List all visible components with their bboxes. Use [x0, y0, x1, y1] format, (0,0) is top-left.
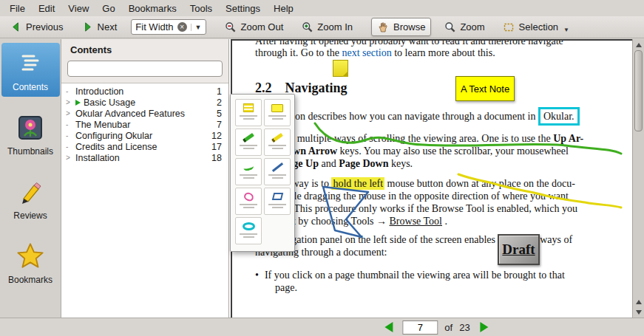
freehand-ink-tool[interactable]	[235, 158, 262, 185]
menu-view[interactable]: View	[61, 1, 95, 16]
sidebar-item-contents[interactable]: Contents	[1, 43, 60, 97]
clear-text-icon[interactable]: ×	[177, 22, 187, 32]
toc-item-credits[interactable]: - Credits and License 17	[61, 141, 228, 152]
straight-line-tool[interactable]	[264, 158, 291, 185]
star-icon	[15, 241, 46, 272]
toc-item-configuring[interactable]: - Configuring Okular 12	[61, 130, 228, 141]
text-run: page.	[275, 282, 297, 293]
section-title: Navigating	[285, 80, 348, 95]
toc-item-advanced-features[interactable]: > Okular Advanced Features 5	[61, 108, 228, 119]
text-run: .	[442, 216, 447, 227]
popup-note-tool-icon	[243, 102, 254, 114]
tool-label-lines	[268, 204, 286, 205]
menu-help[interactable]: Help	[267, 1, 300, 16]
sidebar-item-bookmarks[interactable]: Bookmarks	[1, 236, 60, 289]
browse-label: Browse	[393, 21, 425, 32]
menu-file[interactable]: File	[3, 1, 32, 16]
text-run: This section describes how you can navig…	[255, 111, 538, 122]
next-button[interactable]: Next	[76, 18, 123, 35]
tree-branch-icon: -	[66, 131, 75, 140]
tool-label-lines	[243, 118, 254, 120]
tree-branch-icon: -	[66, 120, 75, 128]
next-page-button[interactable]	[477, 320, 492, 335]
inline-note-tool[interactable]	[264, 99, 291, 126]
yellow-highlighter-tool[interactable]	[264, 128, 291, 156]
statusbar: of 23	[0, 318, 644, 336]
doc-line: Another way is to hold the left mouse bu…	[255, 178, 575, 190]
polygon-tool[interactable]	[264, 188, 291, 215]
tool-label-lines	[240, 145, 257, 146]
doc-line: to move. This procedure only works if th…	[255, 203, 577, 215]
panel-title: Contents	[61, 39, 228, 58]
expander-icon[interactable]: >	[66, 98, 75, 106]
menu-tools[interactable]: Tools	[183, 1, 219, 16]
stamp-tool[interactable]	[235, 188, 262, 215]
menu-settings[interactable]: Settings	[219, 1, 267, 16]
chevron-down-icon[interactable]: ▼	[191, 24, 202, 31]
selection-tool-button[interactable]: Selection ▼	[498, 18, 574, 35]
inline-note-annotation[interactable]: A Text Note	[455, 76, 515, 101]
expander-icon[interactable]: >	[66, 154, 75, 162]
expander-icon[interactable]: >	[66, 109, 75, 117]
next-section-link[interactable]: next section	[342, 47, 391, 58]
zoom-in-icon	[301, 21, 313, 33]
page-number-input[interactable]	[402, 320, 438, 335]
zoom-tool-button[interactable]: Zoom	[438, 18, 489, 35]
zoom-out-icon	[225, 21, 237, 33]
next-label: Next	[98, 21, 118, 32]
scroll-up-button[interactable]	[634, 40, 643, 49]
popup-note-annotation-icon[interactable]	[333, 60, 348, 77]
arrow-right-icon	[480, 322, 488, 332]
zoom-out-button[interactable]: Zoom Out	[220, 18, 289, 35]
scroll-down-button[interactable]	[634, 307, 643, 317]
tool-label-lines	[240, 115, 257, 117]
green-highlighter-tool[interactable]	[235, 128, 262, 156]
menu-go[interactable]: Go	[95, 1, 121, 16]
zoom-combobox[interactable]: Fit Width × ▼	[131, 19, 206, 35]
sidebar-item-thumbnails[interactable]: Thumbnails	[1, 107, 60, 161]
scroll-up-button-bottom[interactable]	[634, 297, 643, 306]
sidebar: Contents Thumbnails Reviews Bookmarks	[0, 39, 61, 318]
magnifier-icon	[444, 21, 456, 33]
toc-item-basic-usage[interactable]: > Basic Usage 2	[61, 97, 228, 108]
search-input[interactable]	[67, 61, 223, 77]
browse-tool-button[interactable]: Browse	[371, 18, 431, 36]
tool-label-lines	[243, 148, 254, 149]
browse-tool-link[interactable]: Browse Tool	[390, 216, 442, 227]
draft-stamp-annotation[interactable]: Draft	[498, 234, 540, 265]
previous-arrow-icon	[10, 21, 22, 33]
toc-item-menubar[interactable]: - The Menubar 7	[61, 119, 228, 130]
text-run: There are multiple ways of scrolling the…	[255, 133, 553, 144]
arrow-down-icon	[636, 310, 642, 315]
text-run: ment while dragging the mouse in the opp…	[255, 191, 569, 202]
rectangle-annotation[interactable]: Okular.	[538, 107, 580, 126]
vertical-scrollbar[interactable]	[632, 39, 644, 318]
selection-label: Selection	[519, 21, 558, 32]
tool-label-lines	[272, 118, 283, 120]
previous-page-button[interactable]	[381, 320, 396, 335]
scrollbar-thumb[interactable]	[634, 50, 643, 131]
toc-item-label: Configuring Okular	[75, 131, 207, 141]
zoom-in-button[interactable]: Zoom In	[296, 18, 358, 35]
bullet-glyph: •	[255, 270, 259, 281]
popup-note-tool[interactable]	[235, 99, 262, 126]
doc-line: page.	[275, 282, 297, 294]
tool-label-lines	[240, 233, 257, 235]
ellipse-tool[interactable]	[235, 217, 262, 244]
toc-item-installation[interactable]: > Installation 18	[61, 152, 228, 163]
zoom-tool-label: Zoom	[460, 21, 484, 32]
chevron-down-icon[interactable]: ▼	[563, 27, 569, 33]
sidebar-item-reviews[interactable]: Reviews	[1, 171, 60, 225]
zoom-out-label: Zoom Out	[241, 21, 284, 32]
text-run: and	[319, 158, 339, 169]
toc-item-page: 17	[211, 142, 222, 152]
toc-tree: - Introduction 1 > Basic Usage 2 > Okula…	[61, 83, 228, 318]
previous-button[interactable]: Previous	[4, 18, 69, 35]
menu-edit[interactable]: Edit	[32, 1, 61, 16]
toc-item-introduction[interactable]: - Introduction 1	[61, 86, 228, 97]
toc-item-page: 5	[217, 109, 222, 119]
annotation-toolbox-popup	[230, 94, 295, 252]
arrow-up-icon	[636, 300, 642, 304]
highlight-annotation[interactable]: hold the left	[331, 177, 384, 190]
menu-bookmarks[interactable]: Bookmarks	[122, 1, 183, 16]
